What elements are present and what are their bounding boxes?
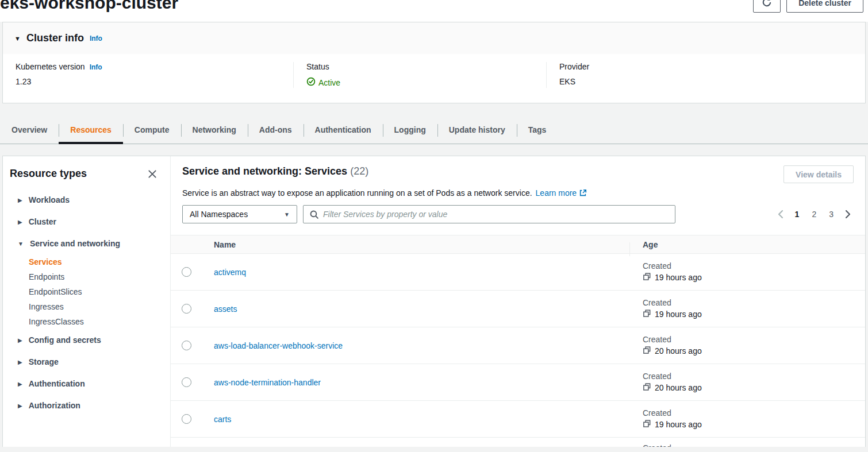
row-radio[interactable] [182,304,191,314]
tab-resources[interactable]: Resources [59,117,123,144]
copy-icon[interactable] [643,272,651,283]
tab-compute[interactable]: Compute [123,117,181,144]
resource-types-title: Resource types [10,168,87,180]
tab-tags[interactable]: Tags [517,117,558,144]
sidebar-group-config-and-secrets[interactable]: ▶ Config and secrets [3,329,170,351]
view-details-button[interactable]: View details [783,165,854,183]
page-2[interactable]: 2 [808,207,820,221]
cluster-info-body: Kubernetes version Info 1.23 Status Acti… [3,54,865,103]
chevron-down-icon: ▼ [18,241,24,247]
resources-content: Resource types ▶ Workloads ▶ Cluster ▼ S… [2,156,866,447]
created-label: Created [643,443,671,447]
row-radio[interactable] [182,377,191,387]
sidebar-group-label: Workloads [29,195,70,204]
table-header: Name Age [171,235,865,254]
chevron-right-icon: ▶ [18,337,22,343]
tab-add-ons[interactable]: Add-ons [248,117,304,144]
sidebar-group-service-and-networking[interactable]: ▼ Service and networking [3,233,170,254]
sidebar-item-ingresses[interactable]: Ingresses [3,299,170,314]
tab-logging[interactable]: Logging [383,117,437,144]
refresh-button[interactable] [753,0,781,13]
copy-icon[interactable] [643,419,651,430]
age-value: 20 hours ago [655,383,702,392]
service-link[interactable]: activemq [214,268,246,277]
table-row: assets Created 19 hours ago [171,291,865,327]
search-input[interactable] [323,206,675,223]
created-label: Created [643,298,865,307]
sidebar-group-label: Service and networking [30,239,120,248]
external-link-icon [579,188,587,198]
table-row: aws-load-balancer-webhook-service Create… [171,327,865,364]
refresh-icon [762,0,772,9]
sidebar-item-ingressclasses[interactable]: IngressClasses [3,314,170,329]
sidebar-group-workloads[interactable]: ▶ Workloads [3,189,170,211]
services-description: Service is an abstract way to expose an … [182,188,854,198]
cluster-info-header[interactable]: ▼ Cluster info Info [3,22,865,54]
copy-icon[interactable] [643,309,651,319]
cluster-info-info-link[interactable]: Info [90,34,102,43]
kubernetes-version-field: Kubernetes version Info 1.23 [3,62,293,88]
column-header-name[interactable]: Name [202,240,629,249]
tab-authentication[interactable]: Authentication [304,117,383,144]
service-link[interactable]: aws-node-termination-handler [214,378,321,387]
sidebar-item-endpointslices[interactable]: EndpointSlices [3,284,170,299]
sidebar-group-label: Authorization [29,401,80,410]
sidebar-item-endpoints[interactable]: Endpoints [3,269,170,284]
kubernetes-version-info-link[interactable]: Info [90,63,102,71]
created-label: Created [643,261,865,271]
row-radio[interactable] [182,341,191,350]
sidebar-group-authentication[interactable]: ▶ Authentication [3,373,170,395]
tab-update-history[interactable]: Update history [437,117,517,144]
column-header-age[interactable]: Age [629,240,865,249]
cluster-info-title: Cluster info [26,32,84,44]
sidebar-group-label: Storage [29,357,59,366]
provider-field: Provider EKS [546,62,865,88]
table-row: aws-node-termination-handler Created 20 … [171,364,865,401]
page-1[interactable]: 1 [791,207,804,221]
next-page-icon[interactable] [842,207,854,221]
copy-icon[interactable] [643,383,651,393]
pagination: 1 2 3 [775,207,854,221]
status-active-icon [306,77,316,88]
sidebar-group-authorization[interactable]: ▶ Authorization [3,395,170,416]
page-title: eks-workshop-cluster [0,0,178,11]
chevron-right-icon: ▶ [18,197,22,203]
status-label: Status [306,62,329,71]
chevron-right-icon: ▶ [18,381,22,387]
status-field: Status Active [293,62,546,88]
age-value: 19 hours ago [655,310,702,319]
sidebar-group-label: Authentication [29,379,85,388]
tab-networking[interactable]: Networking [181,117,248,144]
sidebar-group-storage[interactable]: ▶ Storage [3,351,170,373]
provider-label: Provider [559,62,589,71]
namespace-select[interactable]: All Namespaces ▼ [182,205,297,223]
page-3[interactable]: 3 [825,207,838,221]
created-label: Created [643,372,865,381]
provider-value: EKS [559,77,865,86]
created-label: Created [643,408,865,418]
previous-page-icon[interactable] [775,207,786,221]
resource-types-sidebar: Resource types ▶ Workloads ▶ Cluster ▼ S… [3,156,171,447]
row-radio[interactable] [182,414,191,424]
table-row: carts Created 19 hours ago [171,401,865,438]
learn-more-link[interactable]: Learn more [536,188,577,198]
services-table: Name Age activemq Created 19 [171,235,865,447]
age-value: 20 hours ago [655,346,702,356]
page-header: eks-workshop-cluster Delete cluster [0,0,868,22]
sidebar-group-cluster[interactable]: ▶ Cluster [3,211,170,233]
tab-overview[interactable]: Overview [0,117,59,144]
services-filter [303,205,675,223]
row-radio[interactable] [182,267,191,277]
services-panel-title: Service and networking: Services (22) [182,165,368,177]
delete-cluster-button[interactable]: Delete cluster [786,0,863,13]
chevron-right-icon: ▶ [18,359,22,365]
tabs-bar: Overview Resources Compute Networking Ad… [0,117,868,144]
copy-icon[interactable] [643,346,651,356]
service-link[interactable]: aws-load-balancer-webhook-service [214,341,343,350]
close-icon[interactable] [147,169,158,179]
service-link[interactable]: assets [214,304,237,314]
header-actions: Delete cluster [753,0,863,13]
service-link[interactable]: carts [214,415,231,424]
sidebar-item-services[interactable]: Services [3,254,170,269]
services-panel: Service and networking: Services (22) Vi… [171,156,865,447]
